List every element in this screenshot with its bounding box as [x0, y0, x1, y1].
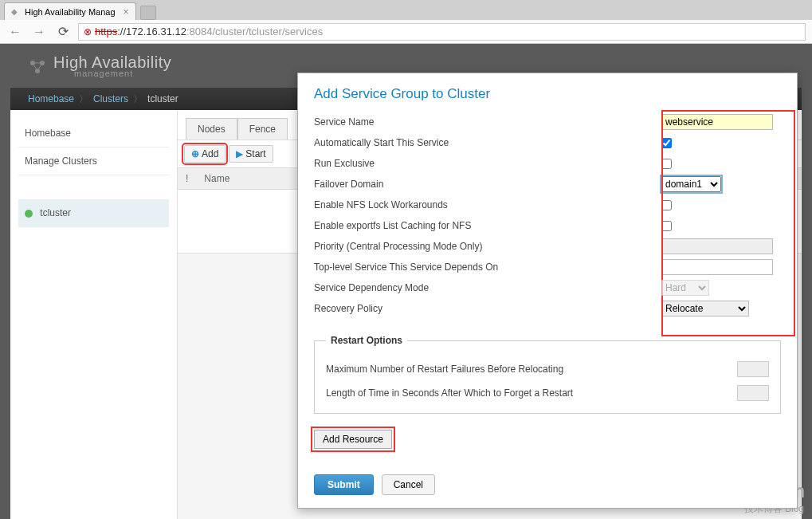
auto-start-checkbox[interactable] — [661, 138, 672, 148]
start-label: Start — [245, 148, 265, 159]
sidebar-cluster-label: tcluster — [40, 207, 71, 218]
browser-toolbar: ← → ⟳ ⊗ https :// 172.16.31.12 :8084 /cl… — [0, 20, 812, 44]
label-forget-time: Length of Time in Seconds After Which to… — [326, 387, 737, 399]
top-level-input[interactable] — [661, 259, 773, 275]
breadcrumb-current: tcluster — [138, 93, 188, 104]
add-service-modal: Add Service Group to Cluster Service Nam… — [297, 73, 798, 509]
enable-nfs-checkbox[interactable] — [661, 200, 672, 210]
modal-title: Add Service Group to Cluster — [298, 73, 797, 112]
breadcrumb-clusters[interactable]: Clusters — [84, 93, 138, 104]
new-tab-button[interactable] — [140, 6, 156, 20]
browser-tab[interactable]: ◆ High Availability Manag × — [4, 2, 136, 20]
label-dep-mode: Service Dependency Mode — [314, 282, 661, 293]
max-failures-input[interactable] — [737, 361, 769, 377]
plus-icon: ⊕ — [191, 148, 199, 159]
enable-exportfs-checkbox[interactable] — [661, 221, 672, 231]
url-host: 172.16.31.12 — [126, 26, 186, 37]
label-top-level: Top-level Service This Service Depends O… — [314, 261, 661, 273]
url-bar[interactable]: ⊗ https :// 172.16.31.12 :8084 /cluster/… — [78, 23, 806, 41]
tab-nodes[interactable]: Nodes — [186, 118, 237, 140]
recovery-select[interactable]: Relocate — [661, 301, 749, 317]
tab-fence[interactable]: Fence — [237, 118, 288, 140]
page-icon: ◆ — [11, 7, 21, 17]
label-failover-domain: Failover Domain — [314, 179, 661, 190]
close-icon[interactable]: × — [124, 6, 129, 18]
url-path: /cluster/tcluster/services — [212, 26, 323, 37]
modal-body: Service Name Automatically Start This Se… — [298, 112, 797, 462]
add-resource-highlight: Add Resource — [314, 430, 392, 449]
dep-mode-select: Hard — [661, 280, 709, 296]
modal-footer: Submit Cancel — [298, 462, 797, 508]
label-service-name: Service Name — [314, 116, 661, 128]
breadcrumb-homebase[interactable]: Homebase — [18, 93, 84, 104]
url-sep: :// — [117, 26, 126, 37]
label-priority: Priority (Central Processing Mode Only) — [314, 241, 661, 252]
reload-button[interactable]: ⟳ — [54, 23, 72, 41]
submit-button[interactable]: Submit — [314, 474, 374, 495]
sidebar-item-manage-clusters[interactable]: Manage Clusters — [18, 147, 169, 175]
label-run-exclusive: Run Exclusive — [314, 158, 661, 169]
browser-tab-strip: ◆ High Availability Manag × — [0, 0, 812, 20]
add-button[interactable]: ⊕ Add — [184, 145, 226, 163]
service-name-input[interactable] — [661, 114, 773, 130]
play-icon: ▶ — [236, 148, 243, 159]
add-label: Add — [202, 148, 218, 159]
status-dot-icon — [25, 210, 33, 218]
col-status: ! — [186, 173, 188, 184]
ssl-warning-icon: ⊗ — [84, 26, 92, 37]
run-exclusive-checkbox[interactable] — [661, 159, 672, 169]
col-name: Name — [204, 173, 229, 184]
logo-icon — [26, 55, 49, 77]
forward-button[interactable]: → — [30, 23, 48, 41]
label-max-failures: Maximum Number of Restart Failures Befor… — [326, 364, 737, 375]
forget-time-input[interactable] — [737, 385, 769, 401]
label-enable-exportfs: Enable exportfs List Caching for NFS — [314, 220, 661, 231]
sidebar-item-cluster[interactable]: tcluster — [18, 199, 169, 227]
add-resource-button[interactable]: Add Resource — [314, 430, 392, 449]
label-recovery: Recovery Policy — [314, 303, 661, 314]
priority-input[interactable] — [661, 238, 773, 254]
label-enable-nfs: Enable NFS Lock Workarounds — [314, 199, 661, 210]
back-button[interactable]: ← — [6, 23, 24, 41]
sidebar-item-homebase[interactable]: Homebase — [18, 120, 169, 147]
start-button[interactable]: ▶ Start — [229, 145, 273, 163]
fieldset-legend: Restart Options — [326, 335, 407, 346]
failover-domain-select[interactable]: domain1 — [661, 176, 721, 192]
cancel-button[interactable]: Cancel — [382, 474, 435, 495]
restart-options-fieldset: Restart Options Maximum Number of Restar… — [314, 335, 781, 414]
url-protocol: https — [95, 26, 117, 37]
url-port: :8084 — [186, 26, 213, 37]
sidebar: Homebase Manage Clusters tcluster — [10, 110, 178, 519]
label-auto-start: Automatically Start This Service — [314, 137, 661, 148]
tab-title: High Availability Manag — [25, 7, 116, 17]
